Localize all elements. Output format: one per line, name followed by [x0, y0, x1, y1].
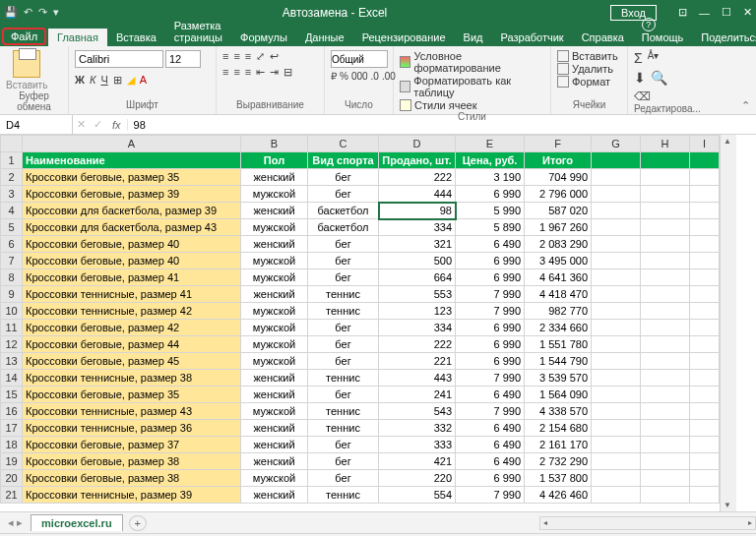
row-header[interactable]: 7 — [1, 253, 23, 269]
share-button[interactable]: Поделиться — [692, 29, 756, 46]
cell[interactable]: женский — [241, 453, 308, 470]
cell[interactable]: 6 990 — [456, 253, 525, 269]
cell[interactable]: мужской — [241, 403, 308, 420]
cell[interactable]: 222 — [379, 336, 456, 353]
cell[interactable] — [592, 420, 641, 437]
cell[interactable]: мужской — [241, 219, 308, 236]
cell[interactable]: 6 490 — [456, 236, 525, 253]
cell[interactable] — [592, 253, 641, 269]
cell[interactable]: женский — [241, 203, 308, 219]
cell[interactable]: 6 990 — [456, 320, 525, 336]
paste-button[interactable]: Вставить — [6, 50, 47, 90]
cell[interactable] — [592, 219, 641, 236]
cell[interactable] — [641, 420, 690, 437]
cell[interactable]: 1 537 800 — [525, 470, 592, 487]
maximize-icon[interactable]: ☐ — [722, 6, 731, 19]
name-box[interactable]: D4 — [0, 115, 73, 134]
cell[interactable] — [641, 487, 690, 504]
delete-cells-button[interactable]: Удалить — [557, 63, 613, 75]
cell[interactable] — [690, 203, 720, 219]
cell[interactable] — [641, 453, 690, 470]
cell[interactable]: 221 — [379, 353, 456, 370]
cell[interactable]: бег — [308, 253, 379, 269]
cell[interactable]: мужской — [241, 320, 308, 336]
cell[interactable] — [641, 403, 690, 420]
cell[interactable]: Продано, шт. — [379, 152, 456, 169]
cell[interactable]: Цена, руб. — [456, 152, 525, 169]
cell[interactable]: бег — [308, 236, 379, 253]
cell[interactable]: теннис — [308, 286, 379, 303]
row-header[interactable]: 16 — [1, 403, 23, 420]
cell[interactable] — [592, 370, 641, 387]
row-header[interactable]: 19 — [1, 453, 23, 470]
cell[interactable]: 6 490 — [456, 420, 525, 437]
cell[interactable] — [641, 353, 690, 370]
undo-icon[interactable]: ↶ — [24, 6, 32, 19]
cell[interactable] — [690, 253, 720, 269]
cell[interactable]: 1 564 090 — [525, 387, 592, 403]
cell[interactable]: 4 426 460 — [525, 487, 592, 504]
cell[interactable]: бег — [308, 336, 379, 353]
cell[interactable] — [592, 470, 641, 487]
save-icon[interactable]: 💾 — [4, 6, 18, 19]
cell[interactable] — [690, 336, 720, 353]
cell[interactable]: 7 990 — [456, 286, 525, 303]
cell[interactable]: 123 — [379, 303, 456, 320]
comma-button[interactable]: 000 — [351, 71, 368, 82]
cell[interactable]: 4 418 470 — [525, 286, 592, 303]
cell[interactable]: бег — [308, 186, 379, 203]
cell[interactable]: 6 990 — [456, 269, 525, 286]
cell[interactable]: 6 490 — [456, 437, 525, 453]
row-header[interactable]: 11 — [1, 320, 23, 336]
row-header[interactable]: 1 — [1, 152, 23, 169]
cell[interactable]: женский — [241, 370, 308, 387]
cell[interactable]: 220 — [379, 470, 456, 487]
cell[interactable]: 444 — [379, 186, 456, 203]
indent-dec-button[interactable]: ⇤ — [256, 66, 265, 79]
cell[interactable]: теннис — [308, 303, 379, 320]
align-left-button[interactable]: ≡ — [222, 66, 228, 79]
cell[interactable]: 6 990 — [456, 336, 525, 353]
cell[interactable] — [641, 320, 690, 336]
tab-developer[interactable]: Разработчик — [492, 29, 573, 46]
cell[interactable]: Кроссовки беговые, размер 45 — [23, 353, 241, 370]
cell[interactable]: бег — [308, 269, 379, 286]
row-header[interactable]: 20 — [1, 470, 23, 487]
cell[interactable] — [592, 403, 641, 420]
cell[interactable] — [690, 236, 720, 253]
cell[interactable]: Кроссовки беговые, размер 38 — [23, 470, 241, 487]
tab-data[interactable]: Данные — [296, 29, 353, 46]
cell[interactable] — [592, 437, 641, 453]
row-header[interactable]: 6 — [1, 236, 23, 253]
autosum-button[interactable]: Σ — [634, 50, 643, 66]
col-header-D[interactable]: D — [379, 136, 456, 152]
cell[interactable]: 500 — [379, 253, 456, 269]
cell[interactable]: 443 — [379, 370, 456, 387]
cell[interactable] — [690, 152, 720, 169]
cell[interactable] — [690, 286, 720, 303]
col-header-B[interactable]: B — [241, 136, 308, 152]
tab-help[interactable]: Справка — [573, 29, 633, 46]
cell[interactable]: 6 990 — [456, 470, 525, 487]
col-header-F[interactable]: F — [525, 136, 592, 152]
align-bottom-button[interactable]: ≡ — [245, 50, 251, 63]
cell[interactable] — [592, 353, 641, 370]
cell[interactable]: 982 770 — [525, 303, 592, 320]
cell[interactable]: мужской — [241, 186, 308, 203]
row-header[interactable]: 21 — [1, 487, 23, 504]
row-header[interactable]: 17 — [1, 420, 23, 437]
row-header[interactable]: 5 — [1, 219, 23, 236]
cell[interactable]: мужской — [241, 269, 308, 286]
cell[interactable]: 1 967 260 — [525, 219, 592, 236]
cell[interactable]: женский — [241, 236, 308, 253]
cell[interactable]: Кроссовки теннисные, размер 36 — [23, 420, 241, 437]
cell[interactable] — [641, 336, 690, 353]
format-cells-button[interactable]: Формат — [557, 76, 610, 88]
cell[interactable] — [592, 186, 641, 203]
horizontal-scrollbar[interactable]: ◂▸ — [539, 516, 756, 530]
cell[interactable] — [592, 169, 641, 186]
tab-file[interactable]: Файл — [2, 28, 46, 45]
cell[interactable]: 554 — [379, 487, 456, 504]
cell[interactable]: Кроссовки беговые, размер 40 — [23, 236, 241, 253]
align-middle-button[interactable]: ≡ — [233, 50, 239, 63]
